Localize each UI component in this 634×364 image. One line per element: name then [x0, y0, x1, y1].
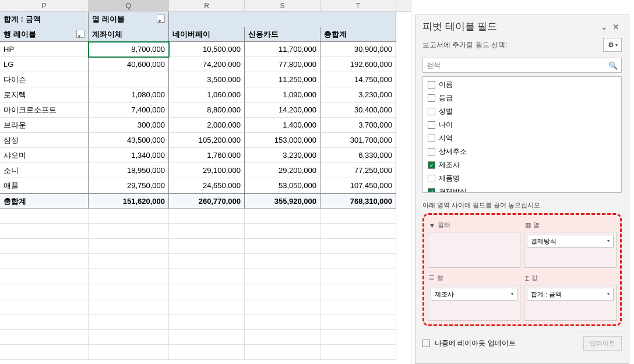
cell[interactable] [245, 254, 320, 269]
field-item[interactable]: 지역 [423, 132, 621, 145]
pivot-value[interactable]: 30,400,000 [320, 103, 396, 118]
cell[interactable] [89, 254, 169, 269]
area-columns-body[interactable]: 결제방식 [524, 232, 617, 268]
pivot-value[interactable]: 105,200,000 [169, 133, 245, 148]
checkbox-icon[interactable] [428, 161, 435, 169]
pivot-value[interactable]: 29,200,000 [245, 163, 320, 178]
pivot-row-label[interactable]: 소니 [0, 163, 89, 178]
pivot-row-label[interactable]: 마이크로소프트 [0, 103, 89, 118]
pivot-value[interactable]: 11,700,000 [245, 42, 320, 57]
area-columns-chip[interactable]: 결제방식 [527, 235, 614, 248]
pivot-value[interactable]: 8,700,000 [89, 42, 169, 57]
pivot-corner[interactable]: 합계 : 금액 [0, 12, 89, 27]
pivot-col-header-0[interactable]: 계좌이체 [89, 27, 169, 42]
cell[interactable] [169, 299, 245, 314]
cell[interactable] [169, 269, 245, 284]
cell[interactable] [89, 269, 169, 284]
cell[interactable] [169, 12, 245, 27]
pivot-value[interactable]: 1,760,000 [169, 148, 245, 163]
pivot-value[interactable]: 192,600,000 [320, 57, 396, 72]
cell[interactable] [320, 345, 396, 360]
cell[interactable] [245, 330, 320, 345]
col-header-T[interactable]: T [320, 0, 396, 11]
cell[interactable] [169, 330, 245, 345]
pivot-value[interactable]: 18,950,000 [89, 163, 169, 178]
pivot-value[interactable]: 1,080,000 [89, 87, 169, 103]
cell[interactable] [169, 345, 245, 360]
area-rows[interactable]: ☰행 제조사 [428, 271, 520, 321]
pane-collapse-icon[interactable]: ⌄ [598, 22, 610, 31]
pivot-value[interactable]: 7,400,000 [89, 103, 169, 118]
pivot-value[interactable]: 74,200,000 [169, 57, 245, 72]
pivot-row-label[interactable]: 삼성 [0, 133, 89, 148]
pivot-col-header-1[interactable]: 네이버페이 [169, 27, 245, 42]
pivot-value[interactable]: 77,250,000 [320, 163, 396, 178]
pivot-value[interactable]: 3,700,000 [320, 118, 396, 133]
cell[interactable] [169, 284, 245, 299]
search-input[interactable] [427, 61, 608, 69]
cell[interactable] [320, 208, 396, 224]
cell[interactable] [0, 345, 89, 360]
pivot-total-value[interactable]: 260,770,000 [169, 193, 245, 208]
pivot-value[interactable]: 8,800,000 [169, 103, 245, 118]
cell[interactable] [320, 330, 396, 345]
cell[interactable] [320, 239, 396, 254]
pane-close-icon[interactable]: ✕ [610, 22, 622, 31]
cell[interactable] [169, 254, 245, 269]
col-header-S[interactable]: S [245, 0, 320, 11]
cell[interactable] [245, 224, 320, 239]
pivot-value[interactable]: 6,330,000 [320, 148, 396, 163]
pivot-value[interactable]: 29,750,000 [89, 178, 169, 193]
pivot-value[interactable]: 24,650,000 [169, 178, 245, 193]
pivot-value[interactable]: 1,090,000 [245, 87, 320, 103]
pivot-value[interactable]: 29,100,000 [169, 163, 245, 178]
area-values[interactable]: Σ값 합계 : 금액 [524, 271, 617, 321]
pivot-value[interactable]: 30,900,000 [320, 42, 396, 57]
cell[interactable] [245, 239, 320, 254]
cell[interactable] [89, 208, 169, 224]
row-label-dropdown-icon[interactable] [76, 30, 84, 38]
cell[interactable] [245, 284, 320, 299]
pivot-value[interactable]: 2,000,000 [169, 118, 245, 133]
checkbox-icon[interactable] [428, 108, 435, 115]
pivot-value[interactable]: 1,060,000 [169, 87, 245, 103]
cell[interactable] [0, 269, 89, 284]
checkbox-icon[interactable] [428, 135, 435, 142]
area-rows-body[interactable]: 제조사 [428, 285, 520, 321]
cell[interactable] [320, 254, 396, 269]
cell[interactable] [0, 299, 89, 314]
cell[interactable] [89, 345, 169, 360]
pivot-value[interactable]: 301,700,000 [320, 133, 396, 148]
cell[interactable] [89, 239, 169, 254]
pivot-row-label[interactable]: 애플 [0, 178, 89, 193]
pivot-value[interactable]: 43,500,000 [89, 133, 169, 148]
pivot-value[interactable]: 10,500,000 [169, 42, 245, 57]
cell[interactable] [245, 314, 320, 330]
cell[interactable] [245, 345, 320, 360]
checkbox-icon[interactable] [428, 81, 435, 89]
pivot-value[interactable]: 153,000,000 [245, 133, 320, 148]
pivot-value[interactable] [89, 72, 169, 87]
cell[interactable] [89, 299, 169, 314]
cell[interactable] [89, 224, 169, 239]
pivot-total-value[interactable]: 768,310,000 [320, 193, 396, 208]
pivot-row-label[interactable]: 샤오미 [0, 148, 89, 163]
checkbox-icon[interactable] [428, 148, 435, 156]
cell[interactable] [169, 314, 245, 330]
cell[interactable] [0, 330, 89, 345]
field-item[interactable]: 성별 [423, 105, 621, 118]
pivot-value[interactable]: 14,200,000 [245, 103, 320, 118]
checkbox-icon[interactable] [428, 175, 435, 182]
cell[interactable] [320, 224, 396, 239]
cell[interactable] [0, 208, 89, 224]
pivot-col-label-title[interactable]: 열 레이블 [89, 12, 169, 27]
cell[interactable] [89, 330, 169, 345]
pivot-value[interactable]: 3,230,000 [320, 87, 396, 103]
area-filter[interactable]: ▼필터 [428, 218, 520, 268]
pivot-value[interactable]: 3,500,000 [169, 72, 245, 87]
pivot-value[interactable]: 1,400,000 [245, 118, 320, 133]
cell[interactable] [169, 208, 245, 224]
checkbox-icon[interactable] [428, 188, 435, 193]
col-header-Q[interactable]: Q [89, 0, 169, 11]
pivot-total-value[interactable]: 151,620,000 [89, 193, 169, 208]
